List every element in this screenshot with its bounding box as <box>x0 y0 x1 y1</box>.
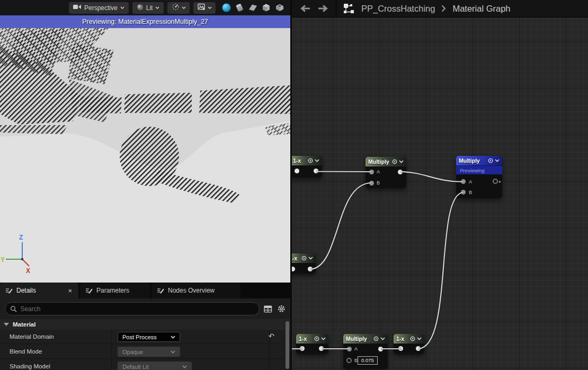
perspective-dropdown[interactable]: Perspective <box>69 2 129 14</box>
preview-node-icon[interactable] <box>373 336 379 341</box>
output-pin[interactable] <box>314 169 318 173</box>
details-search-row <box>0 298 290 319</box>
details-pencil-icon <box>85 287 93 294</box>
node-title: Multiply <box>368 158 390 165</box>
back-button[interactable] <box>299 4 311 13</box>
output-pin[interactable] <box>416 346 421 351</box>
chevron-down-icon[interactable] <box>308 257 313 260</box>
search-box[interactable] <box>5 302 260 315</box>
tab-parameters-label: Parameters <box>96 287 129 294</box>
column-view-icon[interactable] <box>264 305 273 313</box>
preview-mesh-custom-button[interactable] <box>273 2 286 14</box>
search-icon <box>10 305 17 313</box>
gizmo-y-label: Y <box>1 256 5 263</box>
blend-mode-dropdown[interactable]: Opaque <box>118 347 180 357</box>
shading-model-dropdown[interactable]: Default Lit <box>118 362 192 370</box>
preview-node-icon[interactable] <box>301 256 307 261</box>
chevron-down-icon[interactable] <box>315 159 319 162</box>
details-scrollbar-thumb[interactable] <box>286 321 289 369</box>
perspective-label: Perspective <box>84 4 118 12</box>
preview-node-icon[interactable] <box>308 158 313 163</box>
node-title: 1-x <box>293 157 306 164</box>
input-pin-a[interactable] <box>369 170 374 174</box>
view-mode-dropdown[interactable]: Lit <box>132 2 164 14</box>
property-label: Shading Model <box>10 363 50 369</box>
chevron-down-icon <box>120 6 124 9</box>
graph-header: PP_CrossHatching Material Graph <box>290 0 588 17</box>
preview-node-icon[interactable] <box>410 336 415 341</box>
node-oneminus-3[interactable]: 1-x <box>296 334 328 354</box>
preview-node-icon[interactable] <box>488 158 493 163</box>
preview-shape-sphere-button[interactable] <box>220 2 233 14</box>
preview-node-icon[interactable] <box>314 336 319 341</box>
material-preview-viewport[interactable]: Z Y X <box>0 28 290 283</box>
material-section-header[interactable]: Material <box>0 319 290 330</box>
output-pin[interactable] <box>319 346 324 351</box>
settings-gear-icon[interactable] <box>277 304 286 313</box>
view-options-dropdown[interactable] <box>167 2 190 14</box>
node-title: Multiply <box>346 336 372 342</box>
column-divider[interactable] <box>269 330 270 370</box>
preview-shape-cylinder-button[interactable] <box>234 2 246 14</box>
node-multiply-previewing[interactable]: Multiply Previewing A B ▸ <box>456 156 502 198</box>
tab-nodes-overview[interactable]: Nodes Overview <box>152 283 240 298</box>
gauge-icon <box>172 3 180 13</box>
tab-parameters[interactable]: Parameters <box>80 283 150 298</box>
input-pin-a[interactable] <box>347 347 352 351</box>
property-label: Material Domain <box>10 333 54 340</box>
chevron-down-icon[interactable] <box>321 337 326 340</box>
panel-divider[interactable] <box>290 0 292 370</box>
column-divider[interactable] <box>111 330 112 370</box>
pin-label-b: B <box>469 190 472 195</box>
close-tab-icon[interactable]: × <box>67 287 73 295</box>
forward-button[interactable] <box>317 4 329 13</box>
chevron-down-icon[interactable] <box>380 337 385 340</box>
output-pin[interactable] <box>308 267 313 271</box>
node-oneminus-1[interactable]: 1-x <box>290 156 322 178</box>
input-pin-a[interactable] <box>461 179 466 184</box>
viewport-toolbar: Perspective Lit <box>0 0 290 15</box>
output-pin[interactable] <box>493 179 498 184</box>
breadcrumb-page-name: Material Graph <box>452 4 510 14</box>
input-pin[interactable] <box>295 169 299 173</box>
pin-b-value-input[interactable]: 0.075 <box>358 356 378 365</box>
crosshatch-sketch-render: Z Y X <box>0 28 290 283</box>
preview-shape-cube-button[interactable] <box>260 2 272 14</box>
chevron-down-icon[interactable] <box>399 160 404 163</box>
breadcrumb-asset-name[interactable]: PP_CrossHatching <box>361 4 435 14</box>
previewing-banner: Previewing: MaterialExpressionMultiply_2… <box>0 15 290 28</box>
material-graph-canvas[interactable]: PP_CrossHatching Material Graph 1-x 1-x … <box>290 0 588 370</box>
pin-label-a: A <box>354 347 358 351</box>
output-pin[interactable] <box>398 170 403 174</box>
tab-details[interactable]: Details × <box>0 283 78 298</box>
tab-nodes-overview-label: Nodes Overview <box>168 287 215 294</box>
preview-background-dropdown[interactable] <box>193 2 216 14</box>
input-pin[interactable] <box>398 346 403 351</box>
cylinder-icon <box>235 3 245 13</box>
node-multiply-2[interactable]: Multiply A B 0.075 <box>343 334 388 369</box>
preview-node-icon[interactable] <box>392 159 397 164</box>
details-tabbar: Details × Parameters Nodes Overview <box>0 283 290 298</box>
custom-mesh-icon <box>274 3 285 13</box>
input-pin[interactable] <box>300 346 305 351</box>
dropdown-value: Default Lit <box>122 364 149 370</box>
chevron-down-icon <box>155 6 159 9</box>
input-pin-b[interactable] <box>346 358 352 363</box>
node-multiply-1[interactable]: Multiply A B <box>366 157 406 188</box>
material-preview-panel: Perspective Lit <box>0 0 290 370</box>
preview-shape-plane-button[interactable] <box>247 2 259 14</box>
details-panel: Details × Parameters Nodes Overview Mate… <box>0 283 290 370</box>
chevron-down-icon[interactable] <box>417 337 422 340</box>
node-oneminus-4[interactable]: 1-x <box>394 334 424 354</box>
pin-label-a: A <box>469 180 472 184</box>
input-pin-b[interactable] <box>461 190 466 195</box>
node-oneminus-2[interactable]: 1-x <box>290 253 316 274</box>
lit-label: Lit <box>146 4 153 12</box>
chevron-down-icon[interactable] <box>495 159 500 162</box>
cube-icon <box>261 3 271 13</box>
output-pin[interactable] <box>378 347 383 351</box>
material-domain-dropdown[interactable]: Post Process <box>118 332 180 342</box>
search-input[interactable] <box>20 305 254 313</box>
lit-sphere-icon <box>137 4 144 12</box>
input-pin-b[interactable] <box>369 181 374 186</box>
